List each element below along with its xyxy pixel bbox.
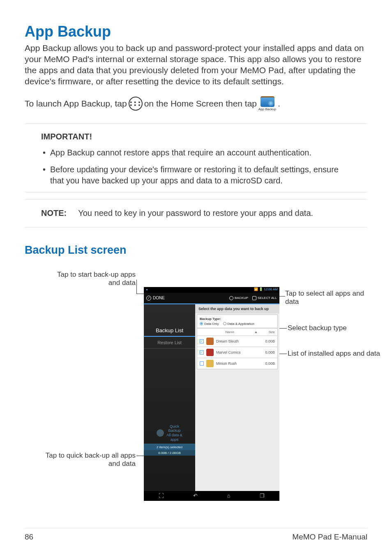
launch-instruction: To launch App Backup, tap ■ ■ ■■ ■ ■ on … (25, 96, 367, 111)
launch-post: . (278, 99, 280, 109)
app-name: Marvel Comics (216, 350, 256, 354)
col-name[interactable]: Name (205, 330, 254, 334)
device-sidebar: Backup List Restore List Quick Backup Al… (144, 304, 195, 491)
app-icon (206, 360, 214, 367)
refresh-icon (229, 296, 233, 300)
important-block: IMPORTANT! App Backup cannot restore app… (25, 132, 367, 186)
checkbox-icon[interactable]: ✓ (200, 339, 204, 343)
quick-l4: apps (171, 438, 179, 442)
select-all-button[interactable]: SELECT ALL (252, 296, 277, 300)
action-bar: ✓ DONE BACKUP SELECT ALL (144, 293, 279, 304)
refresh-icon (157, 429, 164, 437)
instruction-banner: Select the app data you want to back up (195, 304, 279, 313)
tab-restore-list[interactable]: Restore List (144, 337, 195, 349)
select-all-label: SELECT ALL (258, 296, 277, 300)
done-label: DONE (153, 296, 165, 300)
status-bar: 📶 🔋 12:00 AM (144, 287, 279, 293)
page-title: App Backup (25, 23, 367, 40)
page-footer: 86 MeMO Pad E-Manual (25, 528, 367, 542)
sort-icon: ▲ (254, 330, 258, 334)
device-main: Select the app data you want to back up … (195, 304, 279, 491)
app-list: ✓Dream Sleuth0.00B✓Marvel Comics0.00BMin… (197, 336, 278, 369)
radio-data-only-label: Data Only (204, 322, 219, 326)
important-label: IMPORTANT! (41, 132, 351, 141)
note-label: NOTE: (41, 208, 67, 218)
callout-quick-backup: Tap to quick back-up all apps and data (40, 451, 136, 468)
note-block: NOTE: You need to key in your password t… (25, 202, 367, 225)
backup-type-label: Backup Type: (200, 317, 275, 321)
app-row[interactable]: ✓Dream Sleuth0.00B (197, 336, 278, 347)
callout-app-list: List of installed apps and data (288, 350, 392, 358)
app-backup-caption: App Backup (258, 108, 276, 111)
screenshot-icon[interactable]: ⛶ (159, 493, 164, 499)
quick-l3: All data & (166, 433, 182, 437)
recent-icon[interactable]: ❐ (260, 493, 265, 499)
diagram: Tap to start back-up apps and data Tap t… (25, 267, 367, 514)
wifi-icon: 📶 (254, 287, 258, 291)
back-icon[interactable]: ↶ (193, 493, 198, 499)
callout-backup-type: Select backup type (288, 324, 370, 332)
important-item: App Backup cannot restore apps that requ… (41, 147, 351, 158)
quick-backup-button[interactable]: Quick Backup All data & apps (144, 423, 195, 444)
intro-paragraph: App Backup allows you to back up and pas… (25, 43, 367, 87)
app-icon (206, 338, 214, 345)
nav-bar: ⛶ ↶ ⌂ ❐ (144, 491, 279, 501)
app-row[interactable]: Minion Rush0.00B (197, 358, 278, 369)
backup-type-panel: Backup Type: Data Only Data & Applicatio… (197, 315, 278, 328)
callout-start-backup: Tap to start back-up apps and data (53, 271, 136, 287)
section-subheading: Backup List screen (25, 244, 367, 257)
checkbox-icon[interactable] (200, 361, 204, 366)
app-size: 0.00B (258, 361, 275, 366)
checkbox-icon[interactable]: ✓ (200, 350, 204, 354)
clock-text: 12:00 AM (264, 287, 278, 291)
radio-data-app-label: Data & Application (228, 322, 254, 326)
app-size: 0.00B (258, 339, 275, 343)
app-name: Dream Sleuth (216, 339, 256, 343)
table-header: Name ▲ Size (197, 328, 278, 336)
radio-data-only[interactable]: Data Only (200, 322, 219, 326)
manual-title: MeMO Pad E-Manual (292, 533, 367, 542)
app-icon (206, 349, 214, 356)
device-screenshot: 📶 🔋 12:00 AM ✓ DONE BACKUP SELECT ALL (144, 287, 279, 501)
note-text: You need to key in your password to rest… (78, 208, 313, 218)
battery-icon: 🔋 (259, 287, 263, 291)
quick-l1: Quick (170, 424, 179, 428)
grid-icon (252, 296, 256, 300)
backup-label: BACKUP (235, 296, 248, 300)
launch-pre: To launch App Backup, tap (25, 99, 127, 109)
done-button[interactable]: ✓ DONE (146, 296, 165, 301)
app-size: 0.00B (258, 350, 275, 354)
storage-free: 0.00B / 2.00GB (144, 450, 195, 456)
backup-button[interactable]: BACKUP (229, 296, 248, 300)
app-backup-icon: App Backup (258, 96, 276, 111)
callout-select-all: Tap to select all apps and data (285, 289, 367, 306)
page-number: 86 (25, 533, 33, 542)
app-row[interactable]: ✓Marvel Comics0.00B (197, 347, 278, 358)
selection-count: 2 item(s) selected (144, 444, 195, 450)
all-apps-icon: ■ ■ ■■ ■ ■ (129, 97, 143, 111)
tab-backup-list[interactable]: Backup List (144, 325, 195, 337)
launch-mid: on the Home Screen then tap (144, 99, 257, 109)
important-item: Before updating your device's firmware o… (41, 164, 351, 186)
col-size[interactable]: Size (258, 330, 275, 334)
home-icon[interactable]: ⌂ (227, 493, 231, 499)
quick-l2: Backup (168, 428, 180, 433)
checkmark-icon: ✓ (146, 296, 151, 301)
app-name: Minion Rush (216, 361, 256, 366)
radio-data-app[interactable]: Data & Application (223, 322, 254, 326)
